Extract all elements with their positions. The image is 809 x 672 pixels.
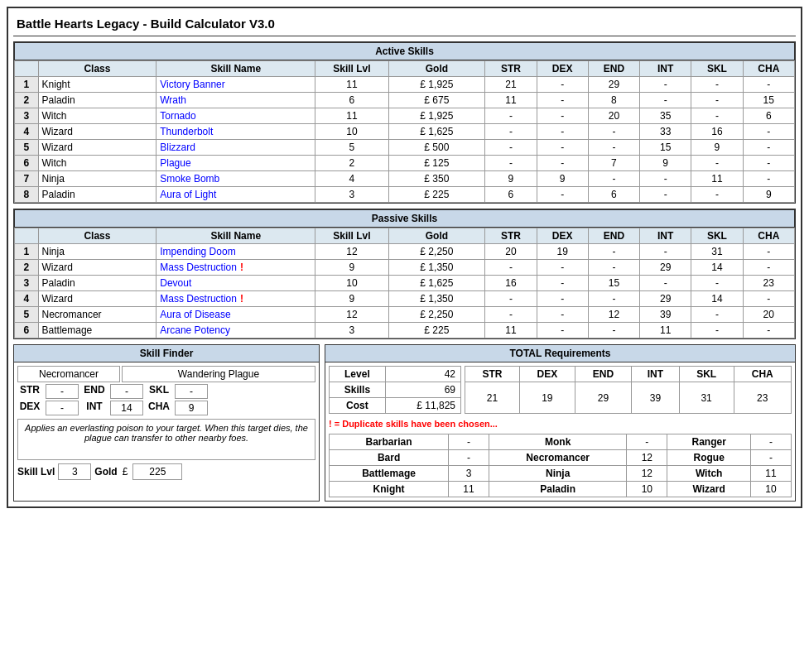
- active-row-gold: £ 1,925: [388, 108, 485, 124]
- passive-row-num[interactable]: 6: [15, 323, 39, 338]
- passive-row-skillName[interactable]: Arcane Potency: [157, 323, 315, 338]
- active-row-skl: 9: [691, 140, 743, 156]
- passive-skill-row[interactable]: 4WizardMass Destruction!9£ 1,350---2914-: [15, 291, 795, 307]
- active-row-class[interactable]: Paladin: [38, 187, 157, 203]
- passive-row-num[interactable]: 4: [15, 291, 39, 307]
- p-col-str: STR: [485, 228, 537, 244]
- class-count-label: Battlemage: [330, 466, 449, 482]
- active-row-cha: -: [743, 140, 794, 156]
- passive-row-num[interactable]: 1: [15, 244, 39, 260]
- active-row-str: 6: [485, 187, 537, 203]
- active-row-skillLvl: 11: [315, 108, 388, 124]
- passive-row-class[interactable]: Wizard: [38, 291, 157, 307]
- passive-row-gold: £ 2,250: [388, 244, 485, 260]
- passive-row-skillName[interactable]: Mass Destruction!: [157, 291, 315, 307]
- active-row-cha: 6: [743, 108, 794, 124]
- class-count-value: 12: [627, 466, 667, 482]
- col-skl: SKL: [691, 61, 743, 77]
- passive-row-int: 29: [640, 291, 691, 307]
- active-row-num[interactable]: 7: [15, 171, 39, 187]
- active-row-gold: £ 350: [388, 171, 485, 187]
- active-row-skillName[interactable]: Aura of Light: [157, 187, 315, 203]
- tr-cost-row: Cost £ 11,825: [330, 398, 461, 414]
- tr-stats-table: STR DEX END INT SKL CHA 21 19: [465, 366, 792, 414]
- passive-skill-row[interactable]: 5NecromancerAura of Disease12£ 2,250--12…: [15, 307, 795, 323]
- passive-row-end: -: [588, 260, 639, 276]
- passive-row-skillName[interactable]: Impending Doom: [157, 244, 315, 260]
- active-skill-row[interactable]: 7NinjaSmoke Bomb4£ 35099--11-: [15, 171, 795, 187]
- passive-skills-section: Passive Skills Class Skill Name Skill Lv…: [13, 209, 796, 339]
- active-row-int: -: [640, 187, 691, 203]
- active-row-skillName[interactable]: Blizzard: [157, 140, 315, 156]
- col-class: Class: [38, 61, 157, 77]
- passive-row-skillName[interactable]: Aura of Disease: [157, 307, 315, 323]
- active-skill-row[interactable]: 5WizardBlizzard5£ 500---159-: [15, 140, 795, 156]
- passive-row-class[interactable]: Necromancer: [38, 307, 157, 323]
- active-row-skillLvl: 2: [315, 156, 388, 171]
- active-skill-row[interactable]: 4WizardThunderbolt10£ 1,625---3316-: [15, 124, 795, 140]
- passive-skill-row[interactable]: 3PaladinDevout10£ 1,62516-15--23: [15, 276, 795, 291]
- passive-row-skillName[interactable]: Devout: [157, 276, 315, 291]
- passive-row-dex: 19: [537, 244, 588, 260]
- active-skill-row[interactable]: 1KnightVictory Banner11£ 1,92521-29---: [15, 77, 795, 93]
- active-skill-row[interactable]: 3WitchTornado11£ 1,925--2035-6: [15, 108, 795, 124]
- active-skill-row[interactable]: 6WitchPlague2£ 125--79--: [15, 156, 795, 171]
- active-row-int: 15: [640, 140, 691, 156]
- active-row-gold: £ 225: [388, 187, 485, 203]
- active-row-class[interactable]: Ninja: [38, 171, 157, 187]
- passive-row-skillName[interactable]: Mass Destruction!: [157, 260, 315, 276]
- active-row-class[interactable]: Knight: [38, 77, 157, 93]
- passive-row-class[interactable]: Wizard: [38, 260, 157, 276]
- active-row-skillName[interactable]: Plague: [157, 156, 315, 171]
- active-row-num[interactable]: 8: [15, 187, 39, 203]
- active-row-num[interactable]: 6: [15, 156, 39, 171]
- active-row-num[interactable]: 4: [15, 124, 39, 140]
- sf-class-value[interactable]: Necromancer: [17, 366, 120, 382]
- active-row-dex: 9: [537, 171, 588, 187]
- passive-row-skl: -: [691, 307, 743, 323]
- active-row-num[interactable]: 1: [15, 77, 39, 93]
- passive-row-end: 12: [588, 307, 639, 323]
- active-row-skillName[interactable]: Tornado: [157, 108, 315, 124]
- passive-skill-row[interactable]: 2WizardMass Destruction!9£ 1,350---2914-: [15, 260, 795, 276]
- active-row-class[interactable]: Wizard: [38, 140, 157, 156]
- active-row-end: 29: [588, 77, 639, 93]
- active-row-skillName[interactable]: Thunderbolt: [157, 124, 315, 140]
- active-row-skillName[interactable]: Smoke Bomb: [157, 171, 315, 187]
- active-row-num[interactable]: 2: [15, 93, 39, 108]
- sf-gold-val: 225: [132, 463, 182, 480]
- active-row-class[interactable]: Wizard: [38, 124, 157, 140]
- passive-row-gold: £ 1,350: [388, 260, 485, 276]
- passive-row-num[interactable]: 5: [15, 307, 39, 323]
- class-count-value: 11: [449, 482, 489, 497]
- passive-skill-row[interactable]: 6BattlemageArcane Potency3£ 22511--11--: [15, 323, 795, 338]
- active-skill-row[interactable]: 2PaladinWrath6£ 67511-8--15: [15, 93, 795, 108]
- class-counts-table: Barbarian-Monk-Ranger-Bard-Necromancer12…: [329, 434, 792, 497]
- class-count-value: -: [449, 450, 489, 466]
- active-row-class[interactable]: Paladin: [38, 93, 157, 108]
- class-count-value: -: [449, 434, 489, 450]
- active-row-class[interactable]: Witch: [38, 156, 157, 171]
- passive-row-num[interactable]: 3: [15, 276, 39, 291]
- class-count-row: Knight11Paladin10Wizard10: [330, 482, 792, 497]
- active-row-skillName[interactable]: Victory Banner: [157, 77, 315, 93]
- active-skill-row[interactable]: 8PaladinAura of Light3£ 2256-6--9: [15, 187, 795, 203]
- passive-skill-row[interactable]: 1NinjaImpending Doom12£ 2,2502019--31-: [15, 244, 795, 260]
- active-row-str: -: [485, 156, 537, 171]
- active-row-skillName[interactable]: Wrath: [157, 93, 315, 108]
- passive-row-gold: £ 2,250: [388, 307, 485, 323]
- passive-row-int: 39: [640, 307, 691, 323]
- class-count-label: Ranger: [667, 434, 751, 450]
- passive-row-class[interactable]: Paladin: [38, 276, 157, 291]
- passive-row-class[interactable]: Battlemage: [38, 323, 157, 338]
- active-row-skillLvl: 11: [315, 77, 388, 93]
- passive-row-class[interactable]: Ninja: [38, 244, 157, 260]
- active-row-num[interactable]: 3: [15, 108, 39, 124]
- class-count-label: Wizard: [667, 482, 751, 497]
- passive-row-num[interactable]: 2: [15, 260, 39, 276]
- active-row-num[interactable]: 5: [15, 140, 39, 156]
- active-row-class[interactable]: Witch: [38, 108, 157, 124]
- col-skilllvl: Skill Lvl: [315, 61, 388, 77]
- sf-skill-value[interactable]: Wandering Plague: [122, 366, 315, 382]
- passive-row-dex: -: [537, 260, 588, 276]
